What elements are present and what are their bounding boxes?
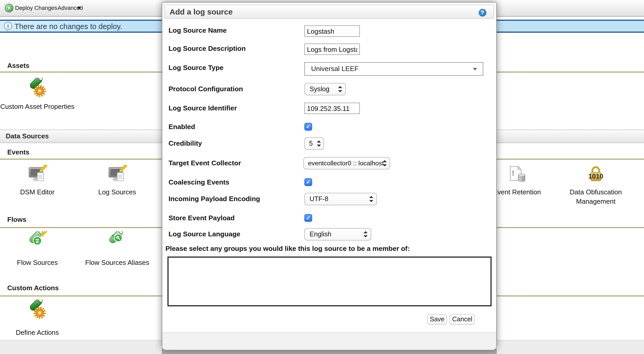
field-label-credibility: Credibility [169,139,202,148]
svg-text:i: i [7,23,9,29]
monitor-pencil-icon [0,165,81,187]
field-label-log-source-identifier: Log Source Identifier [169,104,237,112]
store-event-payload-checkbox[interactable]: ✓ [304,214,312,222]
target-event-collector-select[interactable]: eventcollector0 :: localhost [303,157,390,169]
chevron-down-icon[interactable]: ▼ [76,0,82,16]
flow-tube-arrow-icon: ABCD [73,231,161,253]
log-source-type-dropdown[interactable]: Universal LEEF [304,62,483,76]
field-label-log-source-description: Log Source Description [169,45,246,53]
dialog-titlebar: Add a log source [164,5,494,19]
field-label-target-event-collector: Target Event Collector [169,159,241,167]
field-label-log-source-type: Log Source Type [169,64,223,72]
select-stepper-icon [338,86,342,93]
admin-console-page: Deploy Changes Advanced ▼ i There are no… [0,0,644,354]
tile-label: Log Sources [73,188,161,197]
select-value: UTF-8 [310,193,328,205]
tile-label: Custom Asset Properties [0,102,81,111]
groups-prompt: Please select any groups you would like … [165,245,410,253]
select-value: 5 [309,138,313,149]
log-source-identifier-input[interactable] [304,103,360,114]
select-value: eventcollector0 :: localhost [308,158,384,169]
tile-label: Define Actions [0,328,81,337]
cancel-button[interactable]: Cancel [450,314,475,324]
incoming-payload-encoding-select[interactable]: UTF-8 [304,193,377,205]
select-stepper-icon [317,140,321,147]
dialog-title: Add a log source [170,5,233,18]
log-source-name-input[interactable] [304,25,360,37]
save-button[interactable]: Save [427,314,447,324]
svg-text:!: ! [512,169,514,177]
protocol-configuration-select[interactable]: Syslog [304,83,346,95]
coalescing-events-checkbox[interactable]: ✓ [304,178,312,186]
tile-flow-sources-aliases[interactable]: ABCD Flow Sources Aliases [73,231,161,267]
section-title-events: Events [7,148,29,157]
help-icon[interactable]: ? [479,9,486,17]
select-stepper-icon [369,195,373,203]
scroll-gear-icon [0,78,81,100]
enabled-checkbox[interactable]: ✓ [304,123,312,131]
dropdown-value: Universal LEEF [311,63,359,75]
info-icon: i [4,22,12,34]
select-stepper-icon [383,160,387,167]
field-label-log-source-name: Log Source Name [169,26,227,35]
scroll-gear-icon [0,300,81,321]
tile-custom-asset-properties[interactable]: Custom Asset Properties [0,78,81,111]
flow-tube-pencil-icon [0,231,81,253]
tile-define-actions[interactable]: Define Actions [0,300,81,337]
field-label-log-source-language: Log Source Language [169,230,240,238]
select-value: Syslog [310,83,330,95]
credibility-select[interactable]: 5 [304,137,324,150]
deploy-changes-button[interactable]: Deploy Changes [15,0,57,16]
chevron-down-icon [473,68,477,70]
check-icon: ✓ [306,179,311,185]
section-title-custom-actions: Custom Actions [7,284,59,292]
tile-log-sources[interactable]: Log Sources [73,165,161,197]
dialog-footer [162,332,496,350]
add-log-source-dialog: Add a log source ? Log Source Name Log S… [162,2,497,349]
groups-selection-box[interactable] [167,257,492,306]
field-label-incoming-payload-encoding: Incoming Payload Encoding [169,195,260,203]
tile-flow-sources[interactable]: Flow Sources [0,231,81,267]
monitor-pencil-icon [73,165,161,187]
field-label-protocol-configuration: Protocol Configuration [169,85,243,93]
section-title-assets: Assets [7,62,29,70]
tile-data-obfuscation-management[interactable]: 1010 Data Obfuscation Management [565,165,627,206]
select-stepper-icon [363,231,368,238]
notice-text: There are no changes to deploy. [15,21,122,32]
section-title-flows: Flows [7,216,26,224]
field-label-coalescing-events: Coalescing Events [169,178,229,187]
field-label-store-event-payload: Store Event Payload [169,214,235,222]
tile-label: Flow Sources [0,258,81,267]
check-icon: ✓ [306,123,311,130]
select-value: English [310,229,331,240]
tile-label: DSM Editor [0,188,81,197]
deploy-changes-icon [5,4,13,15]
log-source-language-select[interactable]: English [304,228,371,240]
padlock-binary-icon: 1010 [565,165,627,187]
tile-label: Data Obfuscation Management [565,188,627,206]
tile-dsm-editor[interactable]: DSM Editor [0,165,81,197]
field-label-enabled: Enabled [169,123,195,131]
log-source-description-input[interactable] [304,44,360,55]
section-title-data-sources: Data Sources [6,132,49,140]
tile-label: Flow Sources Aliases [73,258,161,267]
svg-text:1010: 1010 [588,172,603,180]
check-icon: ✓ [306,215,311,221]
